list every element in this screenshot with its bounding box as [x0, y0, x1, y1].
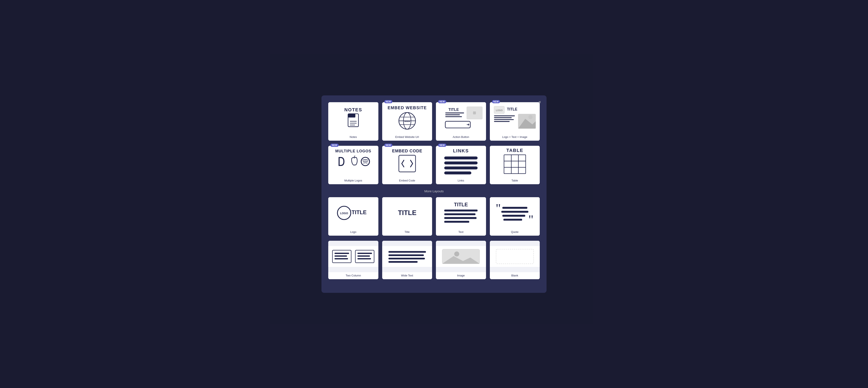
- svg-text:EMBED WEBSITE: EMBED WEBSITE: [388, 105, 427, 110]
- svg-rect-70: [502, 215, 525, 216]
- layouts-grid-row3: LOGO TITLE Logo TITLE Title: [328, 197, 540, 236]
- card-thumb-two-col: [328, 241, 378, 272]
- card-thumb-quote: " ": [490, 197, 540, 229]
- card-label-text: Text: [436, 229, 486, 236]
- svg-text:⊞: ⊞: [473, 111, 476, 115]
- card-label-quote: Quote: [490, 229, 540, 236]
- card-table[interactable]: TABLE Table: [490, 146, 540, 184]
- svg-rect-19: [445, 116, 462, 117]
- svg-rect-44: [444, 161, 477, 165]
- svg-text:WWW: WWW: [404, 120, 410, 122]
- svg-text:LINKS: LINKS: [453, 148, 469, 153]
- svg-text:TITLE: TITLE: [398, 209, 416, 216]
- card-thumb-embed-code: EMBED CODE: [382, 146, 432, 177]
- card-thumb-title: TITLE: [382, 197, 432, 229]
- card-thumb-links: LINKS: [436, 146, 486, 177]
- svg-rect-30: [494, 119, 514, 120]
- layouts-grid-row1: NOTES Notes NEW EMB: [328, 102, 540, 141]
- layout-picker-modal: × NOTES Notes: [321, 95, 547, 293]
- svg-text:MULTIPLE LOGOS: MULTIPLE LOGOS: [335, 149, 371, 153]
- svg-rect-85: [389, 258, 425, 259]
- svg-rect-80: [358, 256, 370, 257]
- svg-rect-28: [494, 115, 515, 116]
- card-thumb-blank: [490, 241, 540, 272]
- svg-text:TITLE: TITLE: [507, 107, 517, 111]
- card-thumb-action-button: TITLE ⊞: [436, 102, 486, 133]
- badge-new-embed-code: NEW: [384, 144, 393, 147]
- card-image[interactable]: Image: [436, 241, 486, 279]
- svg-rect-43: [444, 156, 477, 159]
- svg-text:EMBED CODE: EMBED CODE: [392, 148, 422, 153]
- card-label-wide-text: Wide Text: [382, 272, 432, 279]
- card-label-logo: Logo: [328, 229, 378, 236]
- svg-rect-86: [389, 261, 417, 263]
- card-blank[interactable]: Blank: [490, 241, 540, 279]
- svg-rect-64: [444, 217, 476, 219]
- card-thumb-image: [436, 241, 486, 272]
- card-label-title: Title: [382, 229, 432, 236]
- badge-new-logo-text-image: NEW: [492, 100, 500, 103]
- layouts-grid-row4: Two Column Wide Text: [328, 241, 540, 279]
- svg-rect-46: [444, 172, 471, 175]
- card-label-action-button: Action Button: [436, 133, 486, 141]
- svg-rect-69: [501, 211, 528, 213]
- svg-text:TABLE: TABLE: [506, 147, 523, 153]
- card-thumb-notes: NOTES: [328, 102, 378, 133]
- card-label-table: Table: [490, 177, 540, 184]
- card-logo[interactable]: LOGO TITLE Logo: [328, 197, 378, 236]
- card-thumb-logo: LOGO TITLE: [328, 197, 378, 229]
- svg-point-89: [454, 251, 459, 257]
- card-multiple-logos[interactable]: NEW MULTIPLE LOGOS: [328, 146, 378, 184]
- card-label-multiple-logos: Multiple Logos: [328, 177, 378, 184]
- card-wide-text[interactable]: Wide Text: [382, 241, 432, 279]
- card-title[interactable]: TITLE Title: [382, 197, 432, 236]
- card-label-logo-text-image: Logo + Text + Image: [490, 133, 540, 141]
- card-thumb-embed-website: EMBED WEBSITE WWW: [382, 102, 432, 133]
- card-label-notes: Notes: [328, 133, 378, 141]
- card-thumb-text: TITLE: [436, 197, 486, 229]
- card-logo-text-image[interactable]: NEW LOGO TITLE: [490, 102, 540, 141]
- badge-new-multiple-logos: NEW: [330, 144, 339, 147]
- badge-new-embed-website: NEW: [384, 100, 393, 103]
- card-embed-website[interactable]: NEW EMBED WEBSITE WWW Em: [382, 102, 432, 141]
- svg-rect-31: [494, 121, 509, 122]
- card-thumb-logo-text-image: LOGO TITLE: [490, 102, 540, 133]
- card-label-embed-website: Embed Website Url: [382, 133, 432, 141]
- card-notes[interactable]: NOTES Notes: [328, 102, 378, 141]
- card-thumb-multiple-logos: MULTIPLE LOGOS: [328, 146, 378, 177]
- svg-text:TITLE: TITLE: [448, 107, 459, 112]
- svg-rect-29: [494, 117, 512, 118]
- svg-point-34: [528, 115, 532, 119]
- svg-rect-76: [334, 252, 349, 254]
- svg-rect-77: [334, 256, 347, 257]
- svg-rect-81: [358, 258, 371, 259]
- card-links[interactable]: NEW LINKS Links: [436, 146, 486, 184]
- card-label-two-col: Two Column: [328, 272, 378, 279]
- card-quote[interactable]: " " Quote: [490, 197, 540, 236]
- svg-rect-71: [503, 219, 522, 220]
- svg-rect-63: [444, 213, 475, 215]
- svg-rect-18: [445, 114, 460, 115]
- svg-rect-79: [358, 252, 372, 254]
- svg-rect-83: [389, 251, 426, 252]
- svg-text:": ": [528, 213, 533, 227]
- svg-text:TITLE: TITLE: [352, 209, 367, 215]
- svg-rect-65: [444, 221, 469, 223]
- svg-text:LOGO: LOGO: [496, 109, 503, 111]
- modal-overlay: × NOTES Notes: [0, 0, 868, 388]
- card-two-col[interactable]: Two Column: [328, 241, 378, 279]
- svg-text:LOGO: LOGO: [340, 211, 348, 215]
- svg-text:TITLE: TITLE: [454, 202, 468, 207]
- card-action-button[interactable]: NEW TITLE ⊞: [436, 102, 486, 141]
- card-text[interactable]: TITLE Text: [436, 197, 486, 236]
- card-embed-code[interactable]: NEW EMBED CODE Embed Code: [382, 146, 432, 184]
- layouts-grid-row2: NEW MULTIPLE LOGOS: [328, 146, 540, 184]
- card-label-embed-code: Embed Code: [382, 177, 432, 184]
- svg-rect-45: [444, 167, 477, 169]
- card-label-blank: Blank: [490, 272, 540, 279]
- svg-rect-78: [334, 258, 348, 259]
- card-label-image: Image: [436, 272, 486, 279]
- svg-text:": ": [496, 202, 501, 215]
- card-thumb-table: TABLE: [490, 146, 540, 177]
- svg-rect-17: [445, 112, 464, 113]
